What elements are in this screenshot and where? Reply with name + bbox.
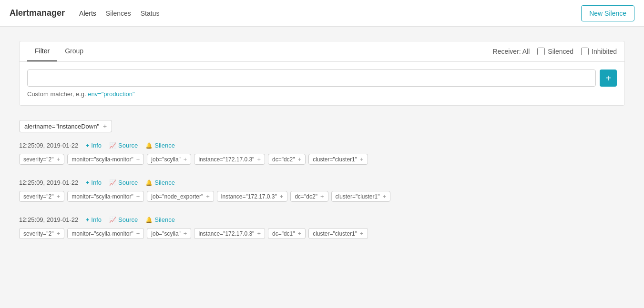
alert-tag: dc="dc1"+ <box>268 228 306 239</box>
tab-filter[interactable]: Filter <box>27 41 57 61</box>
nav-silences[interactable]: Silences <box>106 8 131 19</box>
alert-row: 12:25:09, 2019-01-22+Info📈Source🔔Silence… <box>19 142 625 165</box>
alert-tag-label: monitor="scylla-monitor" <box>72 230 133 237</box>
inhibited-label: Inhibited <box>592 48 617 55</box>
receiver-controls: Receiver: All Silenced Inhibited <box>493 48 617 55</box>
alert-tag: severity="2"+ <box>19 191 64 202</box>
alert-tag-add[interactable]: + <box>57 230 61 237</box>
alert-tag-label: cluster="cluster1" <box>313 230 357 237</box>
filter-hint-example[interactable]: env="production" <box>88 90 135 98</box>
alert-tag-add[interactable]: + <box>206 193 210 200</box>
alert-action-info[interactable]: +Info <box>86 216 102 223</box>
alert-tag: job="scylla"+ <box>147 228 191 239</box>
alert-action-source-label: Source <box>118 216 138 223</box>
tags-row: severity="2"+monitor="scylla-monitor"+jo… <box>19 191 625 202</box>
alert-tag-add[interactable]: + <box>360 230 364 237</box>
alert-tag-add[interactable]: + <box>57 193 61 200</box>
alert-tag-label: job="scylla" <box>151 230 181 237</box>
alert-tag: job="scylla"+ <box>147 154 191 165</box>
alert-action-info-label: Info <box>91 216 102 223</box>
alert-action-source-label: Source <box>118 179 138 186</box>
alert-group-tag-add[interactable]: + <box>103 122 107 130</box>
alert-group-tag-label: alertname="InstanceDown" <box>24 123 99 130</box>
alert-meta: 12:25:09, 2019-01-22+Info📈Source🔔Silence <box>19 216 625 223</box>
alert-action-info[interactable]: +Info <box>86 179 102 186</box>
alert-tag-add[interactable]: + <box>298 230 302 237</box>
alert-tag-label: instance="172.17.0.3" <box>198 230 254 237</box>
bell-icon: 🔔 <box>145 142 153 149</box>
inhibited-checkbox-group: Inhibited <box>581 48 617 55</box>
alert-action-silence[interactable]: 🔔Silence <box>145 142 175 149</box>
alert-tag-label: instance="172.17.0.3" <box>198 156 254 163</box>
alert-tag: instance="172.17.0.3"+ <box>194 154 265 165</box>
silenced-checkbox[interactable] <box>537 48 545 55</box>
alert-tag: instance="172.17.0.3"+ <box>194 228 265 239</box>
alert-tag: dc="dc2"+ <box>268 154 306 165</box>
add-filter-button[interactable]: + <box>600 70 617 87</box>
alert-meta: 12:25:09, 2019-01-22+Info📈Source🔔Silence <box>19 142 625 149</box>
filter-input[interactable] <box>27 70 596 87</box>
new-silence-button[interactable]: New Silence <box>581 5 634 21</box>
alert-tag: cluster="cluster1"+ <box>308 154 368 165</box>
alert-tag-add[interactable]: + <box>136 156 140 163</box>
main-content: Filter Group Receiver: All Silenced Inhi… <box>0 27 644 268</box>
alert-tag: severity="2"+ <box>19 154 64 165</box>
alert-action-info-label: Info <box>91 142 102 149</box>
alert-tag-add[interactable]: + <box>57 156 61 163</box>
alert-tag-add[interactable]: + <box>257 230 261 237</box>
alert-tag-add[interactable]: + <box>382 193 386 200</box>
alert-tag-label: cluster="cluster1" <box>313 156 357 163</box>
receiver-label: Receiver: All <box>493 48 530 55</box>
alert-action-source[interactable]: 📈Source <box>109 216 138 223</box>
alert-tag-add[interactable]: + <box>360 156 364 163</box>
plus-icon: + <box>86 142 89 149</box>
alert-tag-add[interactable]: + <box>280 193 284 200</box>
alert-action-source[interactable]: 📈Source <box>109 142 138 149</box>
alert-action-silence-label: Silence <box>154 142 175 149</box>
alert-tag: instance="172.17.0.3"+ <box>217 191 288 202</box>
alert-action-silence[interactable]: 🔔Silence <box>145 216 175 223</box>
alerts-container: 12:25:09, 2019-01-22+Info📈Source🔔Silence… <box>19 142 625 239</box>
alert-action-info-label: Info <box>91 179 102 186</box>
nav-alerts[interactable]: Alerts <box>79 8 96 19</box>
alert-tag-label: cluster="cluster1" <box>336 193 380 200</box>
alert-tag-add[interactable]: + <box>320 193 324 200</box>
silenced-label: Silenced <box>548 48 573 55</box>
tab-group[interactable]: Group <box>57 41 91 61</box>
alert-tag: monitor="scylla-monitor"+ <box>67 154 144 165</box>
alert-action-info[interactable]: +Info <box>86 142 102 149</box>
filter-card-header: Filter Group Receiver: All Silenced Inhi… <box>20 41 624 62</box>
tags-row: severity="2"+monitor="scylla-monitor"+jo… <box>19 228 625 239</box>
alert-tag: monitor="scylla-monitor"+ <box>67 228 144 239</box>
alert-group-tag: alertname="InstanceDown" + <box>19 120 112 132</box>
alert-row: 12:25:09, 2019-01-22+Info📈Source🔔Silence… <box>19 216 625 239</box>
filter-hint-text: Custom matcher, e.g. <box>27 90 86 98</box>
filter-card: Filter Group Receiver: All Silenced Inhi… <box>19 41 625 106</box>
nav-status[interactable]: Status <box>141 8 160 19</box>
app-brand: Alertmanager <box>10 8 65 18</box>
filter-hint: Custom matcher, e.g. env="production" <box>27 90 617 98</box>
alert-tag-add[interactable]: + <box>257 156 261 163</box>
alert-action-silence-label: Silence <box>154 216 175 223</box>
alert-action-source[interactable]: 📈Source <box>109 179 138 186</box>
alert-tag-label: dc="dc2" <box>295 193 317 200</box>
alert-action-silence[interactable]: 🔔Silence <box>145 179 175 186</box>
alert-tag: severity="2"+ <box>19 228 64 239</box>
inhibited-checkbox[interactable] <box>581 48 589 55</box>
alert-time: 12:25:09, 2019-01-22 <box>19 179 78 186</box>
filter-input-row: + <box>27 70 617 87</box>
alert-tag-add[interactable]: + <box>298 156 302 163</box>
alert-tag-add[interactable]: + <box>184 156 187 163</box>
alert-tag-add[interactable]: + <box>136 193 140 200</box>
alert-tag: dc="dc2"+ <box>290 191 328 202</box>
alert-time: 12:25:09, 2019-01-22 <box>19 142 78 149</box>
bell-icon: 🔔 <box>145 179 153 186</box>
alert-time: 12:25:09, 2019-01-22 <box>19 216 78 223</box>
alert-tag-add[interactable]: + <box>184 230 187 237</box>
alert-tag-label: severity="2" <box>23 193 54 200</box>
tab-list: Filter Group <box>27 41 91 61</box>
alert-tag-add[interactable]: + <box>136 230 140 237</box>
plus-icon: + <box>86 179 89 186</box>
alert-tag-label: monitor="scylla-monitor" <box>72 193 133 200</box>
alert-tag: cluster="cluster1"+ <box>308 228 368 239</box>
